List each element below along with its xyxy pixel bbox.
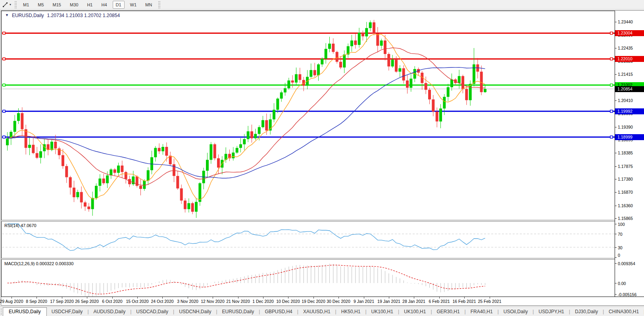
- date-tick[interactable]: [389, 297, 389, 299]
- bottom-tab[interactable]: HK50,H1: [336, 308, 365, 316]
- bottom-tab[interactable]: USDJPY,H1: [534, 308, 569, 316]
- date-tick[interactable]: [338, 297, 339, 299]
- price-tick[interactable]: [615, 206, 617, 206]
- date-tick[interactable]: [263, 297, 263, 299]
- tabbar-grip[interactable]: [1, 308, 2, 315]
- price-tick-label[interactable]: 1.16360: [618, 203, 633, 208]
- date-tick[interactable]: [490, 297, 490, 299]
- date-label[interactable]: 24 Oct 2020: [151, 299, 173, 304]
- bottom-tab[interactable]: GER30,H1: [432, 308, 465, 316]
- date-label[interactable]: 9 Jan 2021: [354, 299, 374, 304]
- date-tick[interactable]: [112, 297, 113, 299]
- date-label[interactable]: 10 Dec 2020: [276, 299, 300, 304]
- date-tick[interactable]: [313, 297, 314, 299]
- bottom-tab[interactable]: USDCHF,Daily: [47, 308, 88, 316]
- macd-tick[interactable]: [615, 294, 617, 295]
- price-tick-label[interactable]: 1.21415: [618, 72, 633, 77]
- timeframe-button-m5[interactable]: M5: [35, 1, 47, 9]
- date-label[interactable]: 17 Sep 2020: [50, 299, 74, 304]
- rsi-pane[interactable]: RSI(14) 47.0670: [1, 222, 644, 258]
- date-label[interactable]: 19 Dec 2020: [302, 299, 325, 304]
- date-tick[interactable]: [364, 297, 364, 299]
- date-label[interactable]: 6 Oct 2020: [102, 299, 122, 304]
- price-tick-label[interactable]: 1.19390: [618, 125, 633, 129]
- price-tick-label[interactable]: 1.16870: [618, 190, 633, 195]
- date-label[interactable]: 25 Feb 2021: [478, 299, 502, 304]
- timeframe-button-d1[interactable]: D1: [113, 1, 125, 9]
- date-label[interactable]: 30 Dec 2020: [327, 299, 350, 304]
- price-tick-label[interactable]: 1.23440: [618, 19, 633, 24]
- line-handle[interactable]: [610, 136, 613, 138]
- date-tick[interactable]: [288, 297, 288, 299]
- price-tick[interactable]: [615, 179, 617, 179]
- bottom-tab[interactable]: FRA40,H1: [466, 308, 498, 316]
- macd-axis-label[interactable]: 0.00: [618, 281, 626, 286]
- date-tick[interactable]: [414, 297, 414, 299]
- bottom-tab[interactable]: UK100,H1: [399, 308, 431, 316]
- date-label[interactable]: 12 Nov 2020: [201, 299, 225, 304]
- timeframe-button-m15[interactable]: M15: [50, 1, 64, 9]
- line-handle[interactable]: [610, 110, 613, 112]
- rsi-axis-label[interactable]: 0: [618, 253, 620, 258]
- price-line-label[interactable]: 1.18999: [615, 134, 644, 140]
- rsi-tick[interactable]: [615, 234, 617, 234]
- rsi-tick[interactable]: [615, 247, 617, 248]
- price-tick[interactable]: [615, 48, 617, 48]
- price-tick[interactable]: [615, 22, 617, 22]
- rsi-axis-label[interactable]: 70: [618, 232, 623, 237]
- line-handle[interactable]: [610, 58, 613, 60]
- price-tick-label[interactable]: 1.17380: [618, 177, 633, 181]
- bottom-tab[interactable]: DJ30,Daily: [570, 308, 603, 316]
- timeframe-button-m30[interactable]: M30: [67, 1, 81, 9]
- price-tick-label[interactable]: 1.18385: [618, 150, 633, 155]
- date-label[interactable]: 28 Jan 2021: [402, 299, 425, 304]
- bottom-tab[interactable]: AUDUSD,Daily: [89, 308, 131, 316]
- date-tick[interactable]: [464, 297, 465, 299]
- date-label[interactable]: 15 Oct 2020: [126, 299, 148, 304]
- line-handle[interactable]: [3, 32, 5, 35]
- date-label[interactable]: 6 Feb 2021: [429, 299, 450, 304]
- date-label[interactable]: 29 Aug 2020: [0, 299, 23, 304]
- bottom-tab[interactable]: EURUSD,Daily: [3, 307, 47, 316]
- timeframe-button-m1[interactable]: M1: [20, 1, 32, 9]
- chart-menu-arrow-icon[interactable]: ▼: [5, 13, 9, 18]
- bottom-tab[interactable]: UK100,H1: [367, 308, 398, 316]
- date-tick[interactable]: [439, 297, 440, 299]
- line-handle[interactable]: [3, 136, 5, 138]
- macd-tick[interactable]: [615, 283, 617, 283]
- chevron-down-icon[interactable]: ▾: [10, 3, 11, 6]
- timeframe-button-mn[interactable]: MN: [142, 1, 155, 9]
- bottom-tab[interactable]: GBPUSD,H4: [260, 308, 297, 316]
- timeframe-button-h1[interactable]: H1: [84, 1, 96, 9]
- toolbar-grip[interactable]: [15, 1, 17, 8]
- price-tick-label[interactable]: 1.20410: [618, 98, 633, 103]
- line-handle[interactable]: [3, 84, 5, 86]
- toolbar-grip[interactable]: [158, 1, 160, 8]
- date-label[interactable]: 16 Feb 2021: [453, 299, 476, 304]
- rsi-tick[interactable]: [615, 224, 617, 224]
- bottom-tab[interactable]: XAUUSD,H1: [298, 308, 335, 316]
- price-tick-label[interactable]: 1.22435: [618, 46, 633, 50]
- price-line-label[interactable]: 1.20854: [615, 86, 644, 92]
- date-axis[interactable]: 29 Aug 20208 Sep 202017 Sep 202026 Sep 2…: [1, 297, 644, 305]
- price-tick-label[interactable]: 1.17875: [618, 164, 633, 169]
- price-chart-pane[interactable]: ▼ EURUSD,Daily 1.20734 1.21003 1.20702 1…: [1, 11, 644, 220]
- date-tick[interactable]: [37, 297, 37, 299]
- date-tick[interactable]: [62, 297, 62, 299]
- price-line-label[interactable]: 1.19992: [615, 108, 644, 114]
- price-tick[interactable]: [615, 192, 617, 193]
- date-tick[interactable]: [12, 297, 12, 299]
- bottom-tab[interactable]: USOil,Daily: [499, 308, 533, 316]
- timeframe-button-w1[interactable]: W1: [127, 1, 140, 9]
- price-tick[interactable]: [615, 218, 617, 219]
- price-tick[interactable]: [615, 153, 617, 153]
- date-label[interactable]: 3 Nov 2020: [177, 299, 198, 304]
- price-line-label[interactable]: 1.23004: [615, 30, 644, 36]
- bottom-tab[interactable]: EURUSD,Daily: [217, 308, 259, 316]
- macd-pane[interactable]: MACD(12,26,9) 0.000322 0.000330: [1, 260, 644, 297]
- price-tick[interactable]: [615, 74, 617, 75]
- price-tick[interactable]: [615, 100, 617, 101]
- date-label[interactable]: 26 Sep 2020: [75, 299, 99, 304]
- date-label[interactable]: 8 Sep 2020: [26, 299, 47, 304]
- rsi-tick[interactable]: [615, 257, 617, 258]
